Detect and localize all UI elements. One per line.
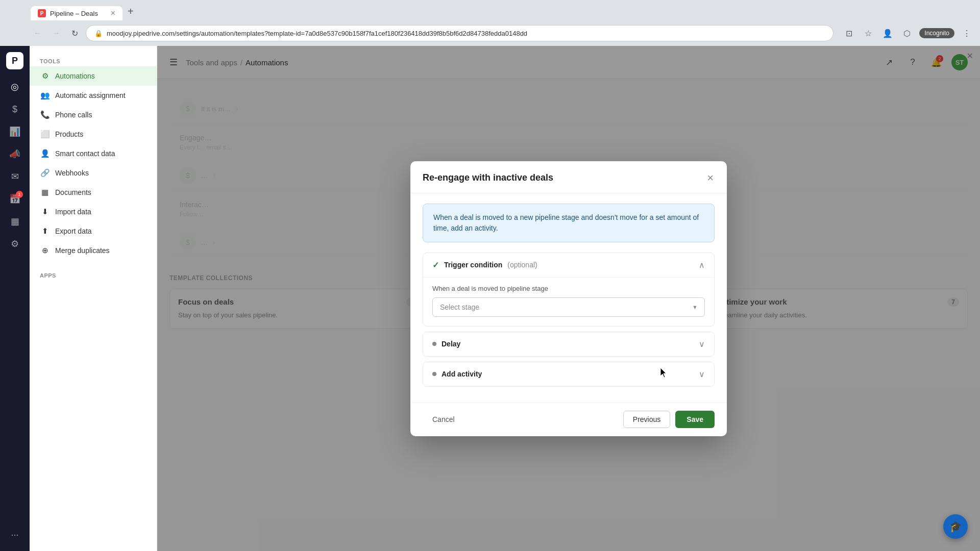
sidebar-icon-dollar[interactable]: $ — [5, 99, 25, 119]
incognito-badge: Incognito — [919, 28, 954, 38]
export-icon: ⬆ — [40, 226, 50, 236]
automations-icon: ⚙ — [40, 71, 50, 81]
trigger-condition-title: ✓ Trigger condition (optional) — [432, 260, 537, 270]
sidebar-item-merge-duplicates[interactable]: ⊕ Merge duplicates — [30, 241, 157, 260]
help-fab-icon: 🎓 — [949, 520, 962, 533]
sidebar-item-export-data[interactable]: ⬆ Export data — [30, 221, 157, 241]
logo-letter: P — [12, 56, 18, 66]
smart-contact-label: Smart contact data — [55, 149, 115, 158]
nav-sidebar: TOOLS ⚙ Automations 👥 Automatic assignme… — [30, 46, 157, 551]
delay-accordion: Delay ∨ — [423, 332, 715, 357]
cast-icon[interactable]: ⊡ — [842, 26, 856, 40]
trigger-desc: When a deal is moved to pipeline stage — [432, 285, 705, 292]
sidebar-item-phone-calls[interactable]: 📞 Phone calls — [30, 105, 157, 124]
smart-contact-icon: 👤 — [40, 148, 50, 159]
stage-select-wrapper: Select stage — [432, 297, 705, 317]
sidebar-icon-gear[interactable]: ⚙ — [5, 234, 25, 254]
products-label: Products — [55, 130, 83, 138]
webhooks-label: Webhooks — [55, 169, 89, 177]
trigger-label: Trigger condition — [444, 261, 502, 269]
browser-actions: ⊡ ☆ 👤 ⬡ Incognito ⋮ — [842, 26, 974, 40]
delay-header[interactable]: Delay ∨ — [423, 332, 714, 356]
main-content: ☰ Tools and apps / Automations ↗ ? 🔔 2 S… — [157, 46, 980, 551]
modal-footer: Cancel Previous Save — [410, 402, 727, 436]
add-activity-title: Add activity — [432, 370, 482, 378]
sidebar-icon-calendar[interactable]: 📅 1 — [5, 189, 25, 209]
modal-info-box: When a deal is moved to a new pipeline s… — [423, 204, 715, 242]
address-bar[interactable]: 🔒 moodjoy.pipedrive.com/settings/automat… — [86, 25, 834, 41]
browser-controls: ← → ↻ 🔒 moodjoy.pipedrive.com/settings/a… — [0, 20, 980, 46]
automations-label: Automations — [55, 72, 95, 80]
automatic-assignment-label: Automatic assignment — [55, 91, 126, 99]
ssl-lock-icon: 🔒 — [94, 30, 103, 37]
icon-sidebar: P ◎ $ 📊 📣 ✉ 📅 1 ▦ ⚙ ··· — [0, 46, 30, 551]
tab-title: Pipeline – Deals — [50, 10, 98, 17]
documents-icon: ▦ — [40, 187, 50, 197]
products-icon: ⬜ — [40, 129, 50, 139]
browser-chrome: P Pipeline – Deals × + ← → ↻ 🔒 moodjoy.p… — [0, 0, 980, 46]
phone-calls-icon: 📞 — [40, 110, 50, 120]
webhooks-icon: 🔗 — [40, 168, 50, 178]
profile-icon[interactable]: 👤 — [880, 26, 895, 40]
add-activity-accordion: Add activity ∨ — [423, 362, 715, 387]
import-icon: ⬇ — [40, 207, 50, 217]
reload-button[interactable]: ↻ — [67, 26, 82, 40]
export-label: Export data — [55, 227, 92, 235]
sidebar-icon-more[interactable]: ··· — [5, 524, 25, 545]
add-activity-dot-icon — [432, 372, 436, 376]
new-tab-button[interactable]: + — [122, 3, 139, 20]
browser-tabs: P Pipeline – Deals × + — [0, 0, 980, 20]
menu-icon[interactable]: ⋮ — [960, 26, 974, 40]
sidebar-icon-mail[interactable]: ✉ — [5, 166, 25, 187]
delay-label: Delay — [442, 340, 460, 348]
back-button[interactable]: ← — [31, 26, 45, 40]
extensions-icon[interactable]: ⬡ — [900, 26, 914, 40]
add-activity-label: Add activity — [442, 370, 482, 378]
forward-button[interactable]: → — [49, 26, 63, 40]
modal-overlay: Re-engage with inactive deals × When a d… — [157, 46, 980, 551]
save-button[interactable]: Save — [675, 411, 715, 428]
modal-dialog: Re-engage with inactive deals × When a d… — [410, 161, 727, 436]
trigger-condition-content: When a deal is moved to pipeline stage S… — [423, 277, 714, 326]
sidebar-item-webhooks[interactable]: 🔗 Webhooks — [30, 163, 157, 183]
trigger-optional: (optional) — [507, 261, 537, 269]
merge-icon: ⊕ — [40, 245, 50, 256]
app-logo[interactable]: P — [6, 52, 23, 69]
modal-close-button[interactable]: × — [706, 171, 715, 185]
add-activity-header[interactable]: Add activity ∨ — [423, 362, 714, 386]
trigger-condition-header[interactable]: ✓ Trigger condition (optional) ∧ — [423, 253, 714, 277]
automatic-assignment-icon: 👥 — [40, 90, 50, 101]
sidebar-item-documents[interactable]: ▦ Documents — [30, 183, 157, 202]
delay-dot-icon — [432, 342, 436, 346]
app-container: P ◎ $ 📊 📣 ✉ 📅 1 ▦ ⚙ ··· TOOLS ⚙ Automati… — [0, 46, 980, 551]
footer-right-buttons: Previous Save — [623, 411, 715, 428]
modal-title: Re-engage with inactive deals — [423, 172, 553, 183]
apps-section-label: APPS — [30, 268, 157, 281]
cancel-button[interactable]: Cancel — [423, 411, 464, 428]
tools-section-label: TOOLS — [30, 54, 157, 66]
active-tab[interactable]: P Pipeline – Deals × — [31, 6, 122, 20]
sidebar-icon-compass[interactable]: ◎ — [5, 77, 25, 97]
trigger-chevron-icon: ∧ — [699, 260, 705, 270]
sidebar-item-automations[interactable]: ⚙ Automations — [30, 66, 157, 86]
sidebar-item-import-data[interactable]: ⬇ Import data — [30, 202, 157, 221]
add-activity-chevron-icon: ∨ — [699, 369, 705, 379]
sidebar-item-automatic-assignment[interactable]: 👥 Automatic assignment — [30, 86, 157, 105]
modal-info-text: When a deal is moved to a new pipeline s… — [433, 212, 704, 234]
merge-label: Merge duplicates — [55, 246, 110, 255]
previous-button[interactable]: Previous — [623, 411, 670, 428]
sidebar-item-products[interactable]: ⬜ Products — [30, 124, 157, 144]
stage-select[interactable]: Select stage — [432, 297, 705, 317]
sidebar-icon-megaphone[interactable]: 📣 — [5, 144, 25, 164]
import-label: Import data — [55, 208, 91, 216]
tab-close-button[interactable]: × — [111, 9, 115, 17]
sidebar-item-smart-contact-data[interactable]: 👤 Smart contact data — [30, 144, 157, 163]
phone-calls-label: Phone calls — [55, 111, 92, 119]
trigger-condition-accordion: ✓ Trigger condition (optional) ∧ When a … — [423, 253, 715, 327]
sidebar-icon-grid[interactable]: ▦ — [5, 211, 25, 232]
help-fab-button[interactable]: 🎓 — [943, 514, 968, 539]
bookmark-icon[interactable]: ☆ — [861, 26, 875, 40]
url-text: moodjoy.pipedrive.com/settings/automatio… — [107, 30, 527, 37]
calendar-badge: 1 — [16, 191, 23, 198]
sidebar-icon-chart[interactable]: 📊 — [5, 121, 25, 142]
